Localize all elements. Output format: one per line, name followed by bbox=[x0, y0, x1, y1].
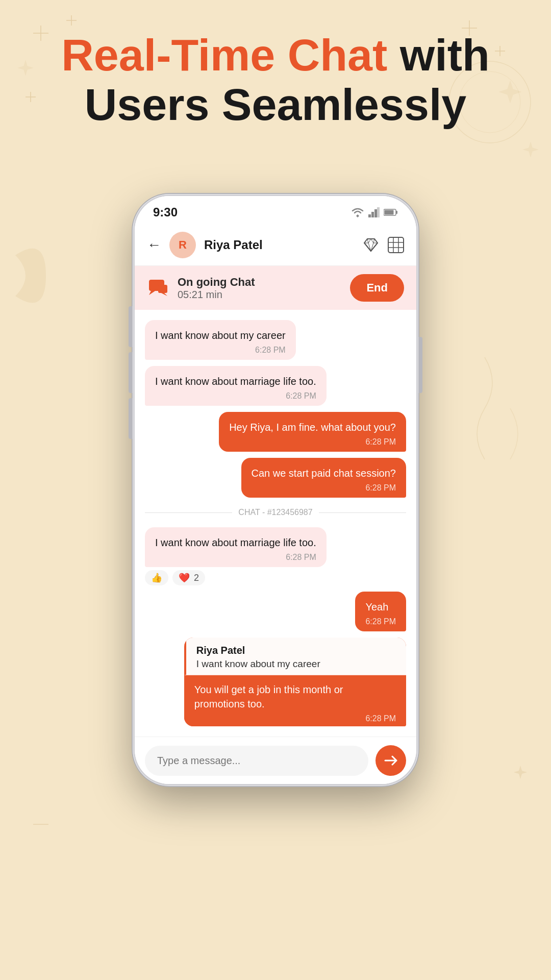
svg-rect-17 bbox=[377, 207, 380, 217]
ongoing-text-block: On going Chat 05:21 min bbox=[178, 276, 255, 301]
message-time: 6:28 PM bbox=[365, 617, 396, 626]
chat-header: ← R Riya Patel bbox=[135, 225, 416, 266]
divider-line-right bbox=[319, 512, 406, 513]
message-6: Yeah 6:28 PM bbox=[355, 592, 406, 631]
phone-mockup: 9:30 bbox=[133, 194, 418, 786]
send-button[interactable] bbox=[375, 745, 406, 776]
message-text: You will get a job in this month or prom… bbox=[194, 684, 343, 709]
end-chat-button[interactable]: End bbox=[350, 274, 404, 302]
header-orange-text: Real-Time Chat bbox=[61, 30, 387, 80]
input-bar bbox=[135, 737, 416, 784]
contact-name: Riya Patel bbox=[204, 238, 355, 252]
message-time: 6:28 PM bbox=[155, 553, 316, 562]
avatar: R bbox=[169, 232, 196, 258]
message-bubble-received: I want know about marriage life too. 6:2… bbox=[145, 366, 327, 406]
message-bubble-sent: Hey Riya, I am fine. what about you? 6:2… bbox=[219, 412, 406, 452]
message-text: I want know about marriage life too. bbox=[155, 376, 316, 387]
quote-original-text: I want know about my career bbox=[196, 658, 396, 670]
reaction-row: 👍 ❤️ 2 bbox=[145, 570, 327, 585]
svg-rect-14 bbox=[368, 214, 371, 217]
back-button[interactable]: ← bbox=[147, 237, 161, 253]
message-3: Hey Riya, I am fine. what about you? 6:2… bbox=[219, 412, 406, 452]
heart-emoji: ❤️ bbox=[179, 572, 190, 583]
header-title: Real-Time Chat with Users Seamlessly bbox=[41, 31, 510, 130]
header-line2: Users Seamlessly bbox=[85, 79, 467, 130]
phone-frame: 9:30 bbox=[133, 194, 418, 786]
svg-rect-21 bbox=[388, 237, 404, 253]
svg-rect-19 bbox=[396, 211, 397, 214]
page-header: Real-Time Chat with Users Seamlessly bbox=[0, 31, 551, 130]
status-bar: 9:30 bbox=[135, 196, 416, 225]
quote-body: You will get a job in this month or prom… bbox=[184, 675, 406, 726]
header-black-text: with bbox=[387, 30, 489, 80]
chat-bubble-icon bbox=[147, 278, 169, 298]
message-4: Can we start paid chat session? 6:28 PM bbox=[241, 458, 407, 498]
message-1: I want know about my career 6:28 PM bbox=[145, 320, 296, 360]
signal-icon bbox=[368, 207, 380, 217]
ongoing-info: On going Chat 05:21 min bbox=[147, 276, 255, 301]
message-bubble-sent: Yeah 6:28 PM bbox=[355, 592, 406, 631]
ongoing-duration: 05:21 min bbox=[178, 289, 255, 301]
reaction-count: 2 bbox=[194, 573, 199, 583]
message-text: Hey Riya, I am fine. what about you? bbox=[229, 422, 396, 433]
svg-rect-20 bbox=[385, 210, 394, 215]
grid-icon[interactable] bbox=[388, 237, 404, 253]
message-bubble-received: I want know about my career 6:28 PM bbox=[145, 320, 296, 360]
wifi-icon bbox=[351, 207, 364, 217]
diamond-icon[interactable] bbox=[363, 238, 379, 252]
message-bubble-sent: Can we start paid chat session? 6:28 PM bbox=[241, 458, 407, 498]
thumbs-up-emoji: 👍 bbox=[151, 572, 162, 583]
battery-icon bbox=[384, 208, 398, 216]
message-5: I want know about marriage life too. 6:2… bbox=[145, 527, 327, 585]
message-time: 6:28 PM bbox=[155, 391, 316, 401]
quote-sender-name: Riya Patel bbox=[196, 645, 396, 656]
messages-area[interactable]: I want know about my career 6:28 PM I wa… bbox=[135, 310, 416, 737]
message-input[interactable] bbox=[145, 746, 368, 776]
svg-marker-29 bbox=[161, 293, 167, 296]
message-text: Yeah bbox=[365, 601, 388, 612]
reaction-thumbs-up[interactable]: 👍 bbox=[145, 570, 168, 585]
message-time: 6:28 PM bbox=[194, 714, 396, 723]
send-icon bbox=[384, 754, 397, 767]
message-7-quote: Riya Patel I want know about my career Y… bbox=[184, 638, 406, 726]
chat-divider: CHAT - #123456987 bbox=[145, 508, 406, 517]
quote-header: Riya Patel I want know about my career bbox=[184, 638, 406, 675]
svg-rect-16 bbox=[374, 209, 377, 217]
reaction-heart[interactable]: ❤️ 2 bbox=[172, 570, 205, 585]
message-text: I want know about my career bbox=[155, 330, 286, 341]
ongoing-title: On going Chat bbox=[178, 276, 255, 289]
message-time: 6:28 PM bbox=[155, 346, 286, 355]
message-text: I want know about marriage life too. bbox=[155, 537, 316, 548]
message-2: I want know about marriage life too. 6:2… bbox=[145, 366, 327, 406]
header-action-icons bbox=[363, 237, 404, 253]
divider-line-left bbox=[145, 512, 232, 513]
divider-label: CHAT - #123456987 bbox=[238, 508, 312, 517]
status-icons bbox=[351, 207, 398, 217]
ongoing-chat-banner: On going Chat 05:21 min End bbox=[135, 266, 416, 310]
message-bubble-received: I want know about marriage life too. 6:2… bbox=[145, 527, 327, 567]
status-time: 9:30 bbox=[153, 205, 178, 219]
message-time: 6:28 PM bbox=[252, 483, 396, 493]
svg-rect-15 bbox=[371, 212, 374, 217]
svg-marker-27 bbox=[149, 291, 155, 295]
message-time: 6:28 PM bbox=[229, 437, 396, 447]
phone-screen: 9:30 bbox=[135, 196, 416, 784]
svg-rect-28 bbox=[158, 285, 167, 293]
message-text: Can we start paid chat session? bbox=[252, 468, 396, 479]
